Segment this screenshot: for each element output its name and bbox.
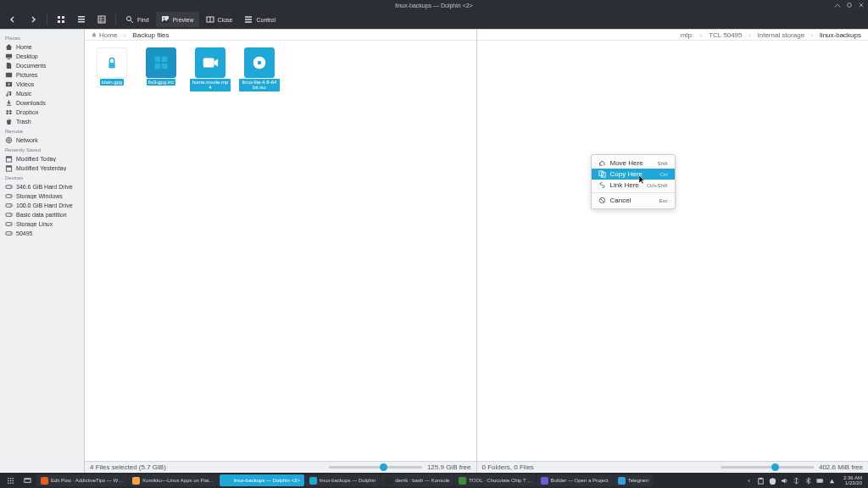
svg-point-51 xyxy=(10,480,12,481)
close-icon[interactable] xyxy=(858,2,865,8)
close-split-button[interactable]: Close xyxy=(201,12,238,27)
file-item[interactable]: home.movie.mp4 xyxy=(190,47,231,92)
svg-point-53 xyxy=(8,482,9,484)
sidebar-item-videos[interactable]: Videos xyxy=(0,80,84,89)
sidebar-item-basic-data-partition[interactable]: Basic data partition xyxy=(0,210,84,219)
bc-storage[interactable]: Internal storage xyxy=(754,31,808,39)
sidebar-item-network[interactable]: Network xyxy=(0,136,84,145)
find-button[interactable]: Find xyxy=(120,12,154,27)
file-item[interactable]: linux-lite.4.8-64bit.iso xyxy=(239,47,280,92)
sidebar-heading: Remote xyxy=(0,126,84,136)
sidebar-item-pictures[interactable]: Pictures xyxy=(0,70,84,80)
sidebar-item-346-6-gib-hard-drive[interactable]: 346.6 GiB Hard Drive xyxy=(0,182,84,191)
ctx-cancel[interactable]: Cancel Esc xyxy=(592,195,675,206)
titlebar: linux-backups — Dolphin <2> xyxy=(0,0,868,10)
move-icon xyxy=(598,159,606,167)
sidebar-item-downloads[interactable]: Downloads xyxy=(0,98,84,108)
network-icon[interactable] xyxy=(793,477,800,485)
ctx-move-here[interactable]: Move Here Shift xyxy=(592,158,675,169)
sidebar-item-dropbox[interactable]: Dropbox xyxy=(0,108,84,117)
cal-icon xyxy=(5,155,13,163)
cancel-icon xyxy=(598,197,606,204)
battery-icon[interactable] xyxy=(816,477,824,485)
zoom-slider-left[interactable] xyxy=(329,466,422,469)
svg-rect-61 xyxy=(822,480,823,481)
file-item[interactable]: blain.gpg xyxy=(92,47,132,86)
control-button[interactable]: Control xyxy=(239,12,281,27)
clock[interactable]: 2:36 AM 1/23/20 xyxy=(840,475,865,485)
sidebar-item-trash[interactable]: Trash xyxy=(0,117,84,126)
bc-current[interactable]: Backup files xyxy=(129,31,172,39)
task-entry[interactable]: TOOL · Chocolate Chip T… xyxy=(454,474,535,486)
task-entry[interactable]: Edit Post · AddictiveTips — W… xyxy=(36,474,127,486)
svg-rect-62 xyxy=(817,480,821,482)
main-area: PlacesHomeDesktopDocumentsPicturesVideos… xyxy=(0,29,868,473)
sidebar-item-desktop[interactable]: Desktop xyxy=(0,52,84,61)
right-pane: mtp: › TCL 50495 › Internal storage › li… xyxy=(476,30,869,473)
file-grid-right[interactable]: Move Here Shift Copy Here Ctrl Link Here… xyxy=(477,41,869,461)
sidebar-item-storage-linux[interactable]: Storage Linux xyxy=(0,219,84,229)
back-button[interactable] xyxy=(3,12,22,27)
bc-device[interactable]: TCL 50495 xyxy=(705,31,745,39)
clipboard-icon[interactable] xyxy=(757,477,765,485)
view-details-button[interactable] xyxy=(92,12,111,27)
sidebar-item-documents[interactable]: Documents xyxy=(0,61,84,70)
sidebar-item-label: 346.6 GiB Hard Drive xyxy=(16,184,73,190)
task-entry[interactable]: linux-backups — Dolphin xyxy=(305,474,380,486)
task-entry[interactable]: Builder — Open a Project xyxy=(537,474,613,486)
task-entry[interactable]: Telegram xyxy=(614,474,654,486)
notifications-icon[interactable] xyxy=(828,477,836,485)
forward-button[interactable] xyxy=(24,12,42,27)
sidebar-item-modified-yesterday[interactable]: Modified Yesterday xyxy=(0,164,84,173)
task-app-icon xyxy=(618,477,626,485)
svg-point-32 xyxy=(10,224,11,225)
free-space: 125.9 GiB free xyxy=(427,463,471,471)
sidebar-item-label: Home xyxy=(16,44,32,50)
svg-point-47 xyxy=(8,477,9,479)
task-app-icon xyxy=(132,477,140,485)
minimize-icon[interactable] xyxy=(834,2,841,8)
shield-icon[interactable] xyxy=(769,477,776,485)
zoom-slider-right[interactable] xyxy=(721,466,814,469)
view-compact-button[interactable] xyxy=(72,12,91,27)
task-entry[interactable]: derrik : bash — Konsole xyxy=(381,474,453,486)
status-text: 4 Files selected (5.7 GiB) xyxy=(90,463,166,471)
bluetooth-icon[interactable] xyxy=(804,477,812,485)
maximize-icon[interactable] xyxy=(846,2,853,8)
search-icon xyxy=(125,15,134,24)
sidebar-item-music[interactable]: Music xyxy=(0,89,84,98)
file-item[interactable]: fis3-gpg.inc xyxy=(141,47,181,86)
svg-point-17 xyxy=(8,83,9,85)
sidebar-item-50495[interactable]: 50495 xyxy=(0,229,84,238)
sidebar-heading: Places xyxy=(0,33,84,42)
bc-current[interactable]: linux-backups xyxy=(816,31,865,39)
tray-chevron-icon[interactable]: ‹ xyxy=(745,477,753,485)
task-app-icon xyxy=(385,477,392,485)
sidebar-item-label: 50495 xyxy=(16,230,32,236)
file-grid-left[interactable]: blain.gpg fis3-gpg.inc home.movie.mp4 li… xyxy=(85,41,476,461)
task-label: Builder — Open a Project xyxy=(551,478,609,483)
sidebar-item-home[interactable]: Home xyxy=(0,42,84,52)
svg-point-55 xyxy=(12,482,14,484)
file-name: fis3-gpg.inc xyxy=(147,79,176,86)
svg-point-54 xyxy=(10,482,12,484)
sidebar-item-storage-windows[interactable]: Storage Windows xyxy=(0,191,84,201)
svg-rect-58 xyxy=(759,478,763,483)
ctx-link-here[interactable]: Link Here Ctrl+Shift xyxy=(592,180,675,191)
music-icon xyxy=(5,90,13,97)
bc-home[interactable]: Home xyxy=(88,31,120,39)
file-name: home.movie.mp4 xyxy=(190,79,231,92)
ctx-copy-here[interactable]: Copy Here Ctrl xyxy=(592,169,675,180)
toolbar: Find Preview Close Control xyxy=(0,10,868,29)
preview-button[interactable]: Preview xyxy=(156,12,199,27)
sidebar-item-100-0-gib-hard-drive[interactable]: 100.0 GiB Hard Drive xyxy=(0,201,84,210)
app-launcher[interactable] xyxy=(3,474,19,486)
svg-point-43 xyxy=(258,61,262,65)
view-icons-button[interactable] xyxy=(52,12,70,27)
task-entry[interactable]: Komikku—Linux Apps on Flat… xyxy=(128,474,218,486)
sidebar-item-modified-today[interactable]: Modified Today xyxy=(0,154,84,164)
task-entry[interactable]: linux-backups — Dolphin <2> xyxy=(220,474,304,486)
show-desktop[interactable] xyxy=(19,474,36,486)
sidebar-item-label: Network xyxy=(16,137,38,143)
volume-icon[interactable] xyxy=(781,477,788,485)
